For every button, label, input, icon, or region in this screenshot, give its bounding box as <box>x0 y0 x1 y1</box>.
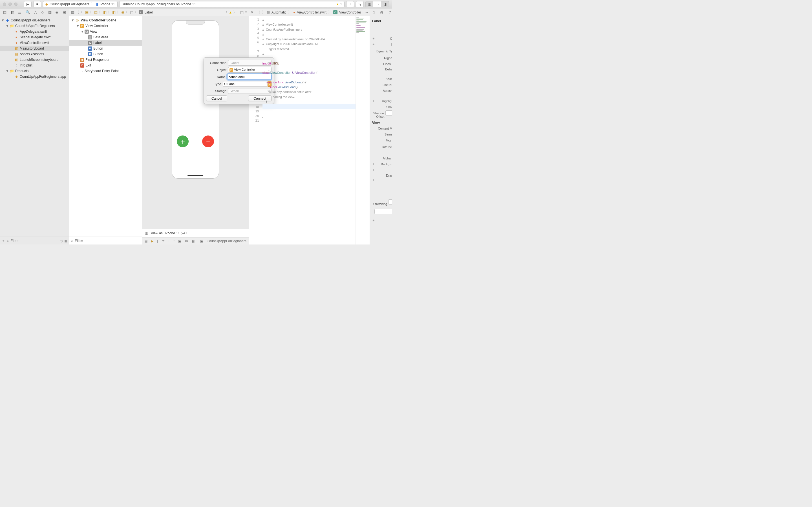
view-as-label[interactable]: View as: iPhone 11 (wC <box>151 231 187 235</box>
tree-row[interactable]: ▦Assets.xcassets <box>0 51 69 57</box>
shadow-width-stepper[interactable]: ▴▾ <box>386 110 392 115</box>
storyboard-editor-area: ▦ 〈 〉 ▣ 〉▤ 〉◧ 〉◧ 〉◉ 〉▢ 〉 LLabel 〈 ▲ 〉 ◫ … <box>69 8 249 244</box>
tree-row[interactable]: ▼▢View <box>69 29 142 34</box>
back-icon[interactable]: 〈 <box>75 10 79 15</box>
tree-row[interactable]: ◧LaunchScreen.storyboard <box>0 57 69 62</box>
inspector-tabs[interactable]: ▯ ◷ ? ▤ ⇅ ▥ → ⊕ <box>370 8 392 16</box>
test-navigator-icon[interactable]: ◇ <box>41 10 44 14</box>
add-icon[interactable]: ＋ <box>2 238 5 243</box>
minimap[interactable] <box>356 16 370 244</box>
editor-options-icon[interactable]: ⋯ <box>364 10 368 14</box>
code-area[interactable]: // // ViewController.swift // CountUpApp… <box>261 16 356 244</box>
debug-bar[interactable]: ▤ ▶ ‖ ↷ ↓ ↑ ▣ ⌘ ▦ ▣ CountUpAppForBeginne… <box>142 237 249 244</box>
split-icon[interactable]: ◫ <box>240 10 244 14</box>
minus-button[interactable]: － <box>202 135 214 147</box>
find-navigator-icon[interactable]: 🔍 <box>26 10 30 14</box>
minimize-icon[interactable] <box>8 3 12 6</box>
view-debug-icon[interactable]: ▣ <box>178 239 181 243</box>
toggle-inspector-button[interactable]: ◨ <box>381 1 389 7</box>
tree-row[interactable]: BButton <box>69 46 142 51</box>
section-view: View <box>372 121 392 125</box>
toggle-navigator-button[interactable]: ◫ <box>365 1 373 7</box>
stretch-x-stepper[interactable]: ▴▾ <box>388 200 392 205</box>
tree-row[interactable]: ▯Info.plist <box>0 62 69 68</box>
project-navigator-icon[interactable]: ▤ <box>3 10 6 14</box>
run-button[interactable]: ▶ <box>24 1 32 7</box>
outline-filter-input[interactable] <box>75 238 140 243</box>
canvas-bottom-bar[interactable]: ◫ View as: iPhone 11 (wC <box>142 229 249 237</box>
prev-issue-icon[interactable]: 〈 <box>224 10 227 15</box>
history-inspector-icon[interactable]: ◷ <box>380 10 383 14</box>
tree-row[interactable]: ▼◻View Controller <box>69 23 142 29</box>
tree-row[interactable]: ●SceneDelegate.swift <box>0 34 69 40</box>
stop-button[interactable]: ■ <box>33 1 41 7</box>
forward-icon[interactable]: 〉 <box>80 10 84 15</box>
outline-filter[interactable]: ⌕ <box>69 237 142 244</box>
breakpoints-icon[interactable]: ▤ <box>144 239 147 243</box>
environment-icon[interactable]: ▦ <box>192 239 195 243</box>
tree-row[interactable]: BButton <box>69 51 142 57</box>
tree-row[interactable]: EExit <box>69 62 142 68</box>
tree-row[interactable]: ▼◆CountUpAppForBeginners <box>0 17 69 23</box>
source-control-icon[interactable]: ◧ <box>11 10 14 14</box>
tree-row[interactable]: ◆CountUpAppForBeginners.app <box>0 74 69 79</box>
tree-row[interactable]: ▼◎View Controller Scene <box>69 17 142 23</box>
clock-icon[interactable]: ◷ <box>60 239 63 243</box>
close-tab-icon[interactable]: ✕ <box>251 10 253 14</box>
tree-row[interactable]: ▒Safe Area <box>69 34 142 40</box>
project-tree[interactable]: ▼◆CountUpAppForBeginners ▼📁CountUpAppFor… <box>0 16 69 237</box>
debug-navigator-icon[interactable]: ▦ <box>48 10 52 14</box>
tree-row[interactable]: ●ViewController.swift <box>0 40 69 46</box>
inspector-body[interactable]: Label TextPlain⌄ Label +ColorDefault (La… <box>370 16 392 244</box>
scm-icon[interactable]: ▣ <box>64 239 67 243</box>
step-over-icon[interactable]: ↷ <box>162 239 165 243</box>
tree-row-selected[interactable]: ◧Main.storyboard <box>0 46 69 51</box>
tree-row[interactable]: →Storyboard Entry Point <box>69 68 142 74</box>
filter-input[interactable] <box>10 238 58 243</box>
type-input[interactable] <box>223 81 267 87</box>
plus-button[interactable]: ＋ <box>177 135 189 147</box>
notch-icon <box>186 20 205 24</box>
navigator-filter[interactable]: ＋ ⌕ ◷ ▣ <box>0 237 69 244</box>
symbol-navigator-icon[interactable]: ☰ <box>18 10 21 14</box>
pause-icon[interactable]: ‖ <box>157 239 158 243</box>
tree-row-selected[interactable]: LLabel <box>69 40 142 46</box>
file-inspector-icon[interactable]: ▯ <box>373 10 375 14</box>
forward-icon[interactable]: 〉 <box>262 10 265 15</box>
help-inspector-icon[interactable]: ? <box>389 10 391 14</box>
related-items-icon[interactable]: ▦ <box>71 10 74 14</box>
folder-icon[interactable]: ▣ <box>85 10 89 14</box>
step-in-icon[interactable]: ↓ <box>168 239 170 243</box>
editor-options-icon[interactable]: ≡ <box>245 10 247 14</box>
outline-tree[interactable]: ▼◎View Controller Scene ▼◻View Controlle… <box>69 16 142 237</box>
close-icon[interactable] <box>3 3 6 6</box>
scheme-selector[interactable]: ◆ CountUpAppForBeginners 〉 ▮ iPhone 11 <box>43 1 117 7</box>
tree-row[interactable]: ▼📁Products <box>0 68 69 74</box>
tree-row[interactable]: ▼📁CountUpAppForBeginners <box>0 23 69 29</box>
warning-icon[interactable]: ▲ <box>229 10 232 14</box>
titlebar: ▶ ■ ◆ CountUpAppForBeginners 〉 ▮ iPhone … <box>0 0 392 8</box>
back-icon[interactable]: 〈 <box>257 10 260 15</box>
memory-graph-icon[interactable]: ⌘ <box>185 239 188 243</box>
issue-navigator-icon[interactable]: △ <box>34 10 37 14</box>
outline-toggle-icon[interactable]: ◫ <box>145 231 148 235</box>
toggle-debug-button[interactable]: ▭ <box>373 1 381 7</box>
editor-jumpbar[interactable]: ✕ 〈 〉 ⊡ Automatic 〉 ● ViewController.swi… <box>249 8 370 16</box>
stretch-w-stepper[interactable]: ▴▾ <box>374 209 392 214</box>
library-button[interactable]: ＋ <box>346 1 354 7</box>
continue-icon[interactable]: ▶ <box>151 239 153 243</box>
code-review-button[interactable]: ⇆ <box>356 1 364 7</box>
storyboard-jumpbar[interactable]: ▦ 〈 〉 ▣ 〉▤ 〉◧ 〉◧ 〉◉ 〉▢ 〉 LLabel 〈 ▲ 〉 ◫ … <box>69 8 249 16</box>
issues-badge[interactable]: ▲1 <box>336 2 342 6</box>
tree-row[interactable]: ◉First Responder <box>69 57 142 62</box>
tree-row[interactable]: ●AppDelegate.swift <box>0 29 69 34</box>
zoom-icon[interactable] <box>14 3 17 6</box>
storyboard-canvas[interactable]: ＋ － ConnectionOutlet Object ◻ View Contr… <box>142 16 249 244</box>
next-issue-icon[interactable]: 〉 <box>233 10 237 15</box>
report-navigator-icon[interactable]: ▣ <box>63 10 66 14</box>
navigator-tabs[interactable]: ▤ ◧ ☰ 🔍 △ ◇ ▦ ◈ ▣ <box>0 8 69 16</box>
source-editor: ✕ 〈 〉 ⊡ Automatic 〉 ● ViewController.swi… <box>249 8 370 244</box>
breakpoint-navigator-icon[interactable]: ◈ <box>56 10 58 14</box>
cancel-button[interactable]: Cancel <box>206 96 227 101</box>
step-out-icon[interactable]: ↑ <box>173 239 175 243</box>
